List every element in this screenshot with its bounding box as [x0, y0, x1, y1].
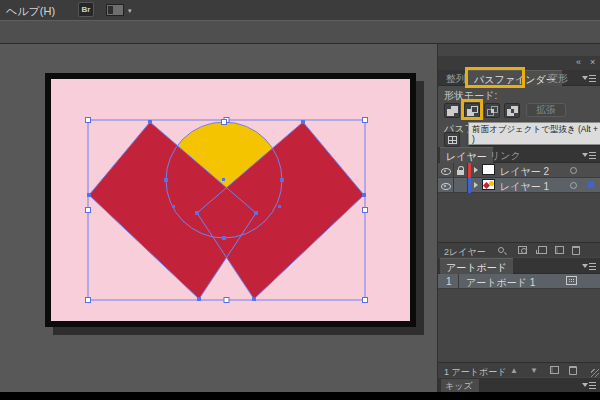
bottom-panel-tab[interactable]: キッズ [441, 379, 479, 392]
expand-triangle-icon[interactable] [474, 167, 478, 173]
bottom-panel-menu-icon[interactable] [582, 381, 596, 390]
move-down-icon[interactable]: ▼ [530, 366, 538, 375]
layers-panel-menu-icon[interactable] [582, 151, 596, 160]
tooltip-line-1: 前面オブジェクトで型抜き (Alt + クリック [472, 124, 597, 134]
delete-artboard-icon[interactable] [569, 366, 577, 375]
layer-thumbnail[interactable] [482, 179, 495, 190]
shape-mode-unite-button[interactable] [444, 103, 460, 118]
artboard-name[interactable]: アートボード 1 [466, 276, 535, 290]
artboard-number: 1 [446, 276, 452, 287]
panel-dock: « × 整列 パスファインダー 変形 形状モード: 拡張 パスファインダー: 前… [437, 44, 600, 392]
menu-help[interactable]: ヘルプ(H) [6, 4, 55, 19]
layer-color-bar-blue [468, 178, 471, 193]
tab-artboards[interactable]: アートボード [440, 258, 513, 274]
artboard-page-icon[interactable] [566, 276, 577, 285]
document-artwork [0, 44, 437, 393]
expand-triangle-icon[interactable] [474, 182, 478, 188]
layer-row-2[interactable]: レイヤー 2 [438, 163, 600, 178]
new-layer-icon[interactable] [555, 246, 564, 254]
menu-bar: ヘルプ(H) Br ▾ [0, 0, 600, 20]
layers-status-bar: 2レイヤー [438, 242, 600, 257]
visibility-eye-icon[interactable] [441, 166, 451, 175]
target-circle-icon[interactable] [570, 182, 577, 189]
artboards-status-bar: 1 アートボード ▲ ▼ [438, 362, 600, 377]
artboards-tabs-row: アートボード [438, 258, 600, 274]
move-up-icon[interactable]: ▲ [510, 366, 518, 375]
layer-name[interactable]: レイヤー 1 [500, 180, 549, 194]
tooltip-line-2: ) [472, 134, 597, 144]
layers-empty-area [438, 193, 600, 242]
artboards-empty-area [438, 289, 600, 362]
shape-mode-intersect-button[interactable] [484, 103, 500, 118]
panel-resize-grip[interactable] [591, 369, 599, 377]
artboards-panel-menu-icon[interactable] [582, 262, 596, 271]
delete-layer-icon[interactable] [572, 246, 580, 255]
visibility-eye-icon[interactable] [441, 181, 451, 190]
pathfinder-tabs-row: 整列 パスファインダー 変形 [438, 70, 600, 86]
control-bar: 100% ▾ スタイル: ▾ ▾ X: 294 px Y: 217.841 p … [0, 20, 600, 44]
canvas-pasteboard[interactable] [0, 44, 437, 393]
tab-transform[interactable]: 変形 [542, 70, 574, 86]
selection-proxy-square[interactable] [588, 182, 594, 188]
bottom-panel-row: キッズ [438, 378, 600, 392]
target-circle-icon[interactable] [570, 167, 577, 174]
arrange-documents-icon[interactable] [106, 4, 124, 16]
chevron-down-icon[interactable]: ▾ [128, 7, 132, 15]
selected-anchor-circle-top [222, 120, 227, 125]
layer-thumbnail[interactable] [482, 164, 495, 175]
lock-icon[interactable] [457, 166, 465, 175]
panel-group-header: « × [438, 56, 600, 70]
locate-object-icon[interactable] [498, 247, 504, 253]
tooltip: 前面オブジェクトで型抜き (Alt + クリック ) [468, 122, 600, 145]
collapse-panel-icon[interactable]: « [576, 57, 581, 67]
new-sublayer-icon[interactable] [538, 246, 547, 254]
shape-mode-exclude-button[interactable] [504, 103, 520, 118]
panel-menu-icon[interactable] [582, 74, 596, 83]
layer-color-bar-red [468, 163, 471, 178]
tab-links[interactable]: リンク [484, 147, 527, 163]
bridge-button[interactable]: Br [78, 2, 94, 17]
pathfinder-divide-button[interactable] [444, 132, 460, 147]
layers-tabs-row: レイヤー リンク [438, 147, 600, 163]
shape-mode-minus-front-button[interactable] [464, 103, 480, 118]
expand-button[interactable]: 拡張 [526, 103, 566, 117]
layer-row-1[interactable]: レイヤー 1 [438, 178, 600, 193]
shape-mode-label: 形状モード: [444, 89, 497, 103]
layer-name[interactable]: レイヤー 2 [500, 165, 549, 179]
close-panel-icon[interactable]: × [590, 57, 595, 67]
window-bottom-edge [0, 392, 600, 400]
new-artboard-icon[interactable] [550, 366, 559, 374]
make-mask-icon[interactable] [518, 246, 527, 254]
artboard-row[interactable]: 1 アートボード 1 [438, 274, 600, 289]
